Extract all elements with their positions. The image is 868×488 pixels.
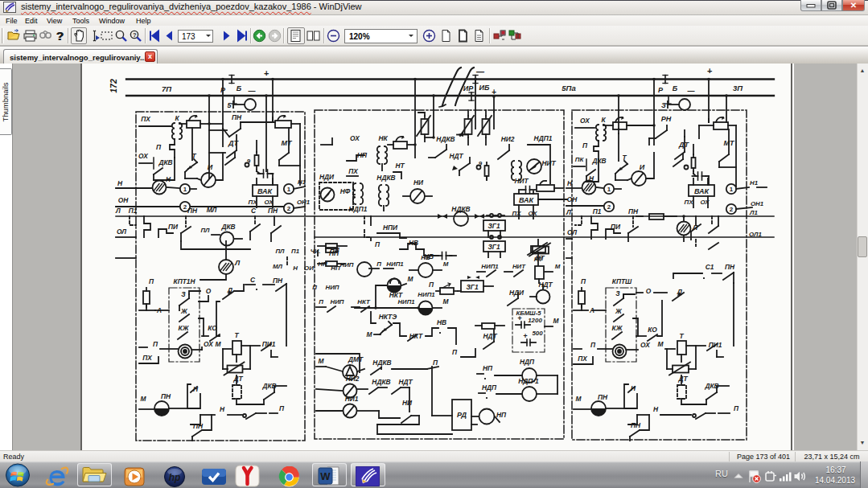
svg-text:Т: Т bbox=[679, 332, 684, 340]
svg-text:Н: Н bbox=[117, 179, 123, 187]
svg-text:+: + bbox=[523, 332, 528, 340]
svg-text:П: П bbox=[312, 284, 317, 291]
svg-text:ДТ: ДТ bbox=[677, 375, 688, 383]
svg-text:ОН: ОН bbox=[118, 196, 130, 204]
svg-text:Н: Н bbox=[193, 385, 199, 393]
svg-text:К: К bbox=[601, 116, 606, 124]
svg-text:ОН1: ОН1 bbox=[297, 199, 310, 206]
svg-text:ПИ1: ПИ1 bbox=[709, 341, 722, 349]
svg-text:НДКВ: НДКВ bbox=[372, 378, 390, 386]
svg-text:ОХ: ОХ bbox=[264, 199, 274, 206]
svg-text:НКТЭ: НКТЭ bbox=[379, 313, 397, 321]
svg-text:М: М bbox=[408, 275, 414, 283]
svg-text:Л: Л bbox=[115, 207, 121, 215]
svg-text:ЧИ.: ЧИ. bbox=[311, 248, 321, 255]
svg-text:Л: Л bbox=[692, 223, 698, 232]
svg-text:ДТ: ДТ bbox=[678, 141, 689, 149]
svg-text:ПХ: ПХ bbox=[141, 115, 150, 123]
svg-text:ПИ: ПИ bbox=[611, 223, 621, 231]
svg-text:—: — bbox=[687, 87, 696, 95]
svg-text:ПЛ: ПЛ bbox=[275, 248, 285, 255]
svg-text:КПТ1Н: КПТ1Н bbox=[174, 277, 196, 285]
svg-text:НФ: НФ bbox=[340, 187, 351, 195]
svg-text:НИТ: НИТ bbox=[512, 263, 526, 270]
svg-text:П: П bbox=[734, 404, 739, 412]
svg-text:2: 2 bbox=[730, 206, 734, 213]
svg-text:П: П bbox=[376, 260, 381, 268]
svg-text:НДКВ: НДКВ bbox=[372, 359, 391, 367]
svg-text:ЗГ1: ЗГ1 bbox=[487, 243, 500, 251]
svg-text:+: + bbox=[517, 314, 522, 322]
svg-text:Н: Н bbox=[653, 405, 659, 413]
svg-text:НП: НП bbox=[496, 411, 507, 419]
svg-text:МТ: МТ bbox=[282, 139, 293, 147]
svg-text:1: 1 bbox=[607, 186, 611, 193]
svg-text:Т: Т bbox=[191, 152, 196, 160]
svg-text:ОН: ОН bbox=[567, 195, 578, 203]
svg-text:—: — bbox=[475, 68, 485, 76]
svg-text:ОЛ: ОЛ bbox=[567, 228, 577, 236]
svg-text:НКТ: НКТ bbox=[409, 332, 423, 340]
svg-text:П1: П1 bbox=[291, 248, 299, 255]
svg-text:МЛ: МЛ bbox=[207, 206, 217, 214]
svg-text:П: П bbox=[149, 277, 154, 285]
svg-text:М: М bbox=[141, 395, 147, 403]
svg-text:Т: Т bbox=[234, 331, 239, 339]
svg-text:ДМТ: ДМТ bbox=[348, 355, 364, 363]
svg-text:ДКВ: ДКВ bbox=[591, 157, 606, 165]
svg-text:1200: 1200 bbox=[528, 317, 542, 324]
svg-text:НИ1: НИ1 bbox=[345, 395, 359, 403]
svg-text:М: М bbox=[216, 340, 222, 348]
svg-text:НДКВ: НДКВ bbox=[451, 205, 470, 213]
svg-text:1: 1 bbox=[183, 186, 187, 193]
svg-text:А: А bbox=[156, 306, 162, 314]
svg-text:НДТ: НДТ bbox=[483, 332, 497, 340]
svg-text:ДТ: ДТ bbox=[232, 375, 243, 383]
svg-text:Н: Н bbox=[589, 174, 594, 182]
svg-text:С1: С1 bbox=[706, 263, 714, 271]
svg-text:М: М bbox=[319, 357, 325, 365]
svg-text:МЛ: МЛ bbox=[273, 263, 283, 270]
svg-text:НДКВ: НДКВ bbox=[376, 174, 395, 182]
svg-text:ПХ: ПХ bbox=[512, 210, 522, 217]
svg-text:НП: НП bbox=[357, 151, 368, 159]
svg-text:ДКВ: ДКВ bbox=[220, 223, 235, 231]
svg-text:НВ: НВ bbox=[437, 318, 446, 326]
svg-text:500: 500 bbox=[532, 330, 543, 337]
svg-text:2: 2 bbox=[607, 203, 611, 211]
svg-text:НИ2: НИ2 bbox=[501, 135, 515, 143]
svg-text:ПН: ПН bbox=[232, 113, 242, 121]
svg-text:ОЛ: ОЛ bbox=[117, 228, 126, 236]
svg-text:ПН: ПН bbox=[598, 393, 608, 401]
svg-text:РН: РН bbox=[661, 115, 672, 123]
svg-text:А: А bbox=[589, 306, 594, 314]
svg-text:С: С bbox=[251, 207, 257, 215]
svg-text:1: 1 bbox=[287, 186, 291, 193]
svg-text:НДП: НДП bbox=[520, 358, 535, 366]
svg-text:Н1: Н1 bbox=[750, 179, 758, 187]
svg-text:НИП1: НИП1 bbox=[398, 298, 415, 306]
svg-text:Ж: Ж bbox=[180, 307, 188, 315]
svg-text:О: О bbox=[206, 287, 212, 295]
svg-text:И: И bbox=[208, 163, 213, 171]
svg-text:ПК: ПК bbox=[575, 156, 585, 163]
svg-text:КО: КО bbox=[648, 326, 657, 334]
svg-text:НВ: НВ bbox=[409, 239, 418, 247]
svg-text:Р: Р bbox=[220, 86, 226, 94]
svg-text:С: С bbox=[250, 276, 256, 284]
svg-text:М: М bbox=[443, 260, 449, 268]
svg-text:ДТ: ДТ bbox=[228, 139, 239, 147]
svg-text:ОХ: ОХ bbox=[580, 117, 590, 125]
svg-text:ПИ1: ПИ1 bbox=[262, 340, 276, 348]
svg-text:+: + bbox=[264, 68, 269, 78]
svg-text:Л: Л bbox=[566, 208, 571, 216]
svg-text:П: П bbox=[590, 341, 596, 349]
svg-text:Л: Л bbox=[677, 288, 682, 296]
svg-text:П: П bbox=[153, 340, 158, 348]
svg-text:ПН: ПН bbox=[161, 392, 171, 400]
svg-text:+: + bbox=[492, 88, 496, 96]
svg-text:ЗГ1: ЗГ1 bbox=[487, 222, 500, 230]
svg-text:9: 9 bbox=[247, 158, 251, 165]
svg-text:НИ2: НИ2 bbox=[346, 375, 360, 383]
svg-text:ОХ: ОХ bbox=[700, 199, 710, 206]
